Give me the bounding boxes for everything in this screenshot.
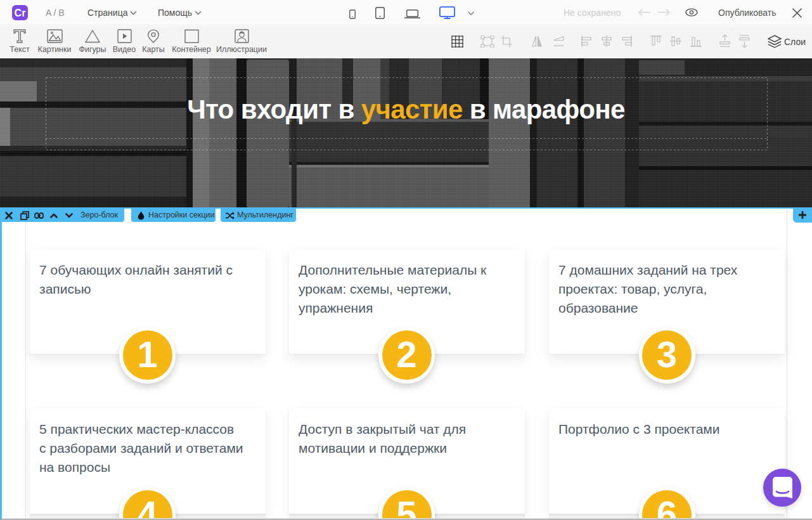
svg-text:Cr: Cr <box>15 8 26 18</box>
